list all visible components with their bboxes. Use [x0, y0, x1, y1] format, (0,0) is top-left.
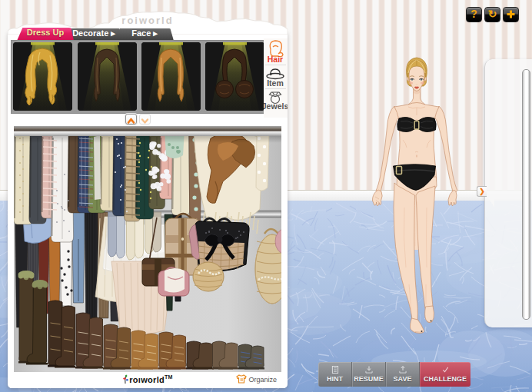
svg-text:Hair: Hair	[268, 55, 283, 64]
svg-text:Item: Item	[267, 78, 284, 88]
svg-text:Jewels: Jewels	[264, 101, 288, 111]
